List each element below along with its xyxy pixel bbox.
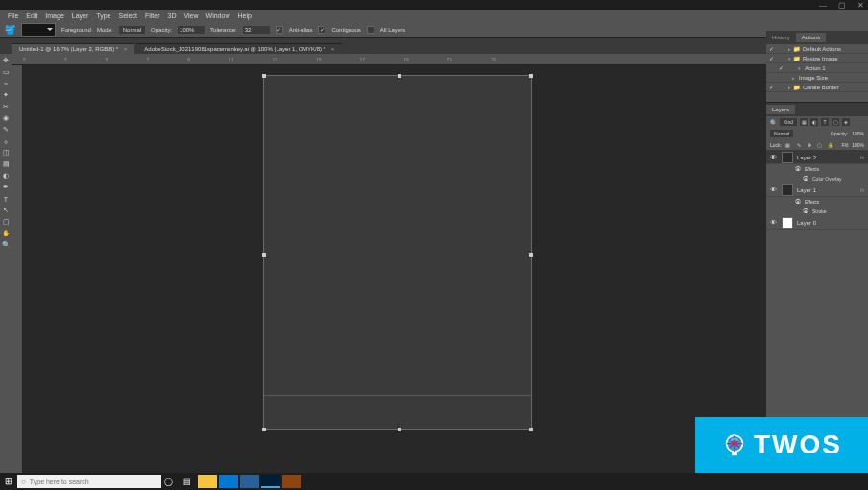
document-tab-1[interactable]: Untitled-1 @ 16.7% (Layer 2, RGB/8) * ×	[12, 43, 134, 54]
eyedropper-tool-icon[interactable]: ◉	[1, 113, 11, 123]
filter-type-icon[interactable]: T	[821, 118, 829, 126]
wand-tool-icon[interactable]: ✦	[1, 90, 11, 100]
action-set-createborder[interactable]: ✓ ▸ 📁 Create Border	[766, 83, 868, 92]
document-tab-2[interactable]: AdobeStock_102119081spacemonkey.ai @ 100…	[136, 43, 342, 54]
filter-adjust-icon[interactable]: ◐	[810, 118, 818, 126]
disclosure-icon[interactable]: ▸	[785, 46, 793, 52]
transform-handle[interactable]	[262, 428, 266, 431]
toggle-check-icon[interactable]: ✓	[776, 64, 785, 71]
menu-3d[interactable]: 3D	[168, 12, 177, 19]
antialias-checkbox[interactable]: ✓	[276, 26, 283, 34]
menu-filter[interactable]: Filter	[145, 12, 160, 19]
blur-tool-icon[interactable]: ◐	[1, 171, 11, 181]
menu-edit[interactable]: Edit	[26, 12, 37, 19]
cortana-icon[interactable]: ◯	[161, 475, 175, 488]
disclosure-icon[interactable]: ▾	[785, 56, 793, 61]
taskbar-search[interactable]: ○	[17, 475, 161, 488]
layer-thumbnail[interactable]	[782, 184, 793, 196]
layer-name[interactable]: Layer 1	[797, 187, 860, 193]
layer2-effects[interactable]: ⦿ Effects	[766, 164, 868, 174]
action-action1[interactable]: ✓ ▾ Action 1	[766, 63, 868, 73]
menu-select[interactable]: Select	[119, 12, 137, 19]
fx-badge[interactable]: fx	[860, 155, 868, 160]
history-tab[interactable]: History	[766, 33, 796, 42]
transform-handle[interactable]	[398, 74, 401, 78]
lock-transparent-icon[interactable]: ▦	[784, 141, 792, 149]
layer-row-layer1[interactable]: 👁 Layer 1 fx	[766, 184, 868, 197]
lock-brush-icon[interactable]: ✎	[795, 141, 803, 149]
maximize-button[interactable]: ▢	[838, 1, 846, 10]
marquee-tool-icon[interactable]: ▭	[1, 67, 11, 77]
toggle-check-icon[interactable]: ✓	[766, 55, 776, 61]
pen-tool-icon[interactable]: ✒	[1, 183, 11, 192]
blend-mode-select[interactable]: Normal	[770, 130, 793, 137]
hand-tool-icon[interactable]: ✋	[1, 229, 11, 238]
actions-tab[interactable]: Actions	[796, 33, 827, 42]
action-set-default[interactable]: ✓ ▸ 📁 Default Actions	[766, 44, 868, 54]
filter-kind-select[interactable]: Kind	[780, 118, 797, 126]
eraser-tool-icon[interactable]: ◫	[1, 148, 11, 158]
effect-toggle-icon[interactable]: ⦿	[803, 208, 808, 214]
foreground-swatch[interactable]	[21, 23, 56, 37]
action-imagesize[interactable]: ▸ Image Size	[766, 73, 868, 83]
alllayers-checkbox[interactable]	[367, 26, 374, 34]
layer-name[interactable]: Layer 2	[797, 155, 860, 160]
app-edge-icon[interactable]	[219, 475, 238, 488]
filter-pixel-icon[interactable]: ▦	[800, 118, 808, 126]
fx-badge[interactable]: fx	[860, 187, 868, 193]
layer1-stroke[interactable]: ⦿ Stroke	[766, 207, 868, 216]
close-tab-icon[interactable]: ×	[331, 46, 335, 52]
layer-opacity-value[interactable]: 100%	[852, 131, 864, 136]
layers-tab[interactable]: Layers	[766, 105, 795, 114]
toggle-check-icon[interactable]: ✓	[766, 84, 776, 90]
disclosure-icon[interactable]: ▸	[789, 75, 797, 81]
layer-thumbnail[interactable]	[782, 152, 793, 163]
crop-tool-icon[interactable]: ✂	[1, 102, 11, 111]
search-input[interactable]	[30, 478, 145, 485]
shape-tool-icon[interactable]: ▢	[1, 217, 11, 227]
start-button[interactable]: ⊞	[0, 473, 17, 490]
stamp-tool-icon[interactable]: ⟐	[1, 136, 11, 146]
effects-toggle-icon[interactable]: ⦿	[795, 199, 801, 205]
app-explorer-icon[interactable]	[198, 475, 217, 488]
app-store-icon[interactable]	[240, 475, 259, 488]
lock-all-icon[interactable]: 🔒	[827, 141, 834, 149]
selection-box[interactable]	[264, 395, 531, 429]
path-tool-icon[interactable]: ↖	[1, 206, 11, 215]
menu-window[interactable]: Window	[206, 12, 230, 19]
effect-toggle-icon[interactable]: ⦿	[803, 176, 808, 182]
zoom-tool-icon[interactable]: 🔍	[1, 240, 11, 250]
layer-row-layer2[interactable]: 👁 Layer 2 fx	[766, 151, 868, 164]
gradient-tool-icon[interactable]: ▤	[1, 159, 11, 169]
transform-handle[interactable]	[529, 74, 533, 78]
canvas-area[interactable]	[23, 65, 766, 475]
menu-layer[interactable]: Layer	[72, 12, 89, 19]
close-window-button[interactable]: ✕	[857, 1, 864, 10]
tolerance-input[interactable]: 32	[243, 26, 270, 34]
action-set-resize[interactable]: ✓ ▾ 📁 Resize Image	[766, 54, 868, 63]
disclosure-icon[interactable]: ▸	[785, 85, 793, 90]
visibility-icon[interactable]: 👁	[768, 154, 778, 160]
disclosure-icon[interactable]: ▾	[795, 65, 803, 71]
layer-name[interactable]: Layer 0	[797, 220, 868, 226]
menu-type[interactable]: Type	[96, 12, 110, 19]
layer-fill-value[interactable]: 100%	[852, 142, 864, 148]
lasso-tool-icon[interactable]: ⌁	[1, 79, 11, 88]
transform-handle[interactable]	[398, 428, 401, 431]
layer-row-layer0[interactable]: 👁 Layer 0	[766, 216, 868, 230]
toggle-check-icon[interactable]: ✓	[766, 45, 776, 52]
move-tool-icon[interactable]: ✥	[1, 56, 11, 65]
minimize-button[interactable]: —	[819, 1, 827, 10]
transform-handle[interactable]	[262, 253, 266, 257]
layer1-effects[interactable]: ⦿ Effects	[766, 197, 868, 207]
filter-smart-icon[interactable]: ◈	[842, 118, 850, 126]
transform-handle[interactable]	[262, 74, 266, 78]
lock-artboard-icon[interactable]: ▢	[816, 141, 824, 149]
contiguous-checkbox[interactable]: ✓	[318, 26, 326, 34]
app-photoshop-icon[interactable]	[261, 475, 280, 488]
lock-position-icon[interactable]: ✥	[806, 141, 813, 149]
transform-handle[interactable]	[529, 428, 533, 431]
layer2-coloroverlay[interactable]: ⦿ Color Overlay	[766, 174, 868, 184]
transform-handle[interactable]	[529, 253, 533, 257]
menu-file[interactable]: File	[8, 12, 18, 19]
